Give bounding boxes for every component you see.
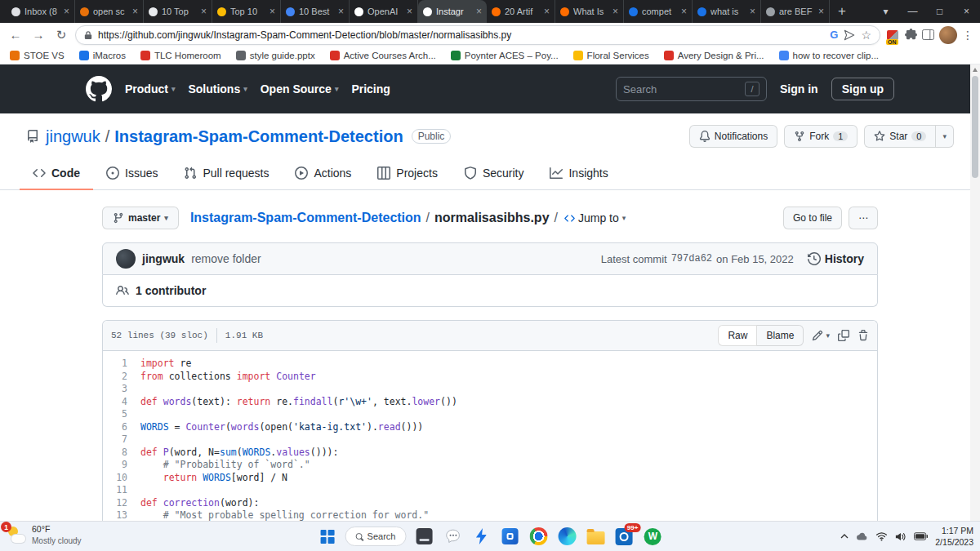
browser-tab[interactable]: what is× <box>693 0 761 23</box>
minimize-button[interactable]: — <box>899 0 926 23</box>
browser-tab[interactable]: Instagr× <box>418 0 487 23</box>
bookmark-item[interactable]: TLC Homeroom <box>140 51 221 60</box>
chat-app-icon[interactable] <box>442 524 463 549</box>
weather-widget[interactable]: 1 60°F Mostly cloudy <box>5 524 82 546</box>
maximize-button[interactable]: □ <box>926 0 953 23</box>
line-number[interactable]: 10 <box>103 472 140 485</box>
line-number[interactable]: 9 <box>103 459 140 472</box>
commit-sha[interactable]: 797da62 <box>671 253 712 264</box>
line-number[interactable]: 12 <box>103 497 140 510</box>
line-number[interactable]: 8 <box>103 447 140 460</box>
bookmark-item[interactable]: Avery Design & Pri... <box>664 51 764 60</box>
repo-tab-issues[interactable]: Issues <box>93 159 171 190</box>
browser-tab[interactable]: Top 10× <box>212 0 281 23</box>
extension-icon[interactable]: ON <box>885 27 900 43</box>
extensions-puzzle-icon[interactable] <box>905 29 917 41</box>
line-number[interactable]: 5 <box>103 408 140 421</box>
go-to-file-button[interactable]: Go to file <box>783 207 842 229</box>
taskbar-clock[interactable]: 1:17 PM 2/15/2023 <box>935 525 973 548</box>
bookmark-item[interactable]: iMacros <box>79 51 126 60</box>
repo-tab-security[interactable]: Security <box>451 159 537 190</box>
onedrive-cloud-icon[interactable] <box>856 532 868 540</box>
line-number[interactable]: 1 <box>103 358 140 371</box>
wifi-icon[interactable] <box>875 531 888 541</box>
blame-button[interactable]: Blame <box>757 325 804 346</box>
tray-chevron-up-icon[interactable] <box>840 534 849 539</box>
bookmark-item[interactable]: Floral Services <box>573 51 649 60</box>
forward-button[interactable]: → <box>29 28 47 42</box>
line-number[interactable]: 7 <box>103 433 140 447</box>
share-icon[interactable] <box>844 29 855 41</box>
taskbar-search[interactable]: Search <box>345 527 407 546</box>
contributors-bar[interactable]: 1 contributor <box>102 275 878 307</box>
line-number[interactable]: 2 <box>103 371 140 384</box>
bookmark-item[interactable]: style guide.pptx <box>236 51 315 60</box>
github-nav-item[interactable]: Product▾ <box>125 82 175 96</box>
github-search-input[interactable]: Search / <box>616 77 767 101</box>
chrome-icon[interactable] <box>528 524 549 549</box>
tab-close-icon[interactable]: × <box>338 7 344 16</box>
notifications-button[interactable]: Notifications <box>689 125 777 148</box>
raw-button[interactable]: Raw <box>718 325 757 346</box>
address-bar[interactable]: https://github.com/jingwuk/Instagram-Spa… <box>75 25 880 45</box>
repo-tab-pull-requests[interactable]: Pull requests <box>171 159 282 190</box>
browser-tab[interactable]: OpenAI× <box>350 0 418 23</box>
tab-close-icon[interactable]: × <box>407 7 412 16</box>
browser-tab[interactable]: 20 Artif× <box>487 0 555 23</box>
bookmark-item[interactable]: STOE VS <box>10 51 65 60</box>
repo-tab-code[interactable]: Code <box>20 159 93 190</box>
commit-author-avatar[interactable] <box>116 249 136 269</box>
file-explorer-icon[interactable] <box>585 524 606 549</box>
scrollbar-thumb[interactable] <box>972 76 978 178</box>
tab-close-icon[interactable]: × <box>818 7 824 16</box>
history-link[interactable]: History <box>808 252 864 265</box>
browser-tab[interactable]: 10 Top× <box>144 0 212 23</box>
browser-menu-icon[interactable]: ⋮ <box>962 29 973 42</box>
more-options-button[interactable]: ⋯ <box>849 207 878 229</box>
fork-button[interactable]: Fork 1 <box>784 125 858 148</box>
repo-name-link[interactable]: Instagram-Spam-Comment-Detection <box>114 127 403 146</box>
breadcrumb-repo-link[interactable]: Instagram-Spam-Comment-Detection <box>190 211 421 225</box>
branch-selector-button[interactable]: master ▾ <box>102 207 179 229</box>
repo-tab-projects[interactable]: Projects <box>364 159 451 190</box>
scroll-up-arrow[interactable] <box>973 68 978 72</box>
bookmark-item[interactable]: how to recover clip... <box>779 51 879 60</box>
bookmark-item[interactable]: Poynter ACES – Poy... <box>451 51 559 60</box>
browser-tab[interactable]: open sc× <box>75 0 144 23</box>
tab-close-icon[interactable]: × <box>270 7 275 16</box>
back-button[interactable]: ← <box>7 28 24 42</box>
repo-tab-insights[interactable]: Insights <box>537 159 621 190</box>
tab-close-icon[interactable]: × <box>64 7 69 16</box>
edge-icon[interactable] <box>556 524 577 549</box>
github-logo[interactable] <box>86 76 112 102</box>
word-app-icon[interactable]: W <box>642 524 663 549</box>
tab-close-icon[interactable]: × <box>612 7 618 16</box>
tab-list-chevron-icon[interactable]: ▾ <box>872 0 899 23</box>
github-nav-item[interactable]: Pricing <box>351 82 390 96</box>
battery-icon[interactable] <box>914 532 928 540</box>
commit-message[interactable]: remove folder <box>191 252 261 265</box>
github-nav-item[interactable]: Solutions▾ <box>188 82 247 96</box>
commit-author[interactable]: jingwuk <box>142 252 185 265</box>
google-g-icon[interactable]: G <box>830 29 838 41</box>
browser-tab[interactable]: 10 Best× <box>281 0 350 23</box>
jump-to-button[interactable]: Jump to ▾ <box>564 211 626 224</box>
desktop-app-icon[interactable] <box>413 524 434 549</box>
line-number[interactable]: 6 <box>103 421 140 434</box>
repo-tab-actions[interactable]: Actions <box>282 159 364 190</box>
browser-tab[interactable]: compet× <box>624 0 693 23</box>
star-button[interactable]: Star 0 <box>864 125 936 148</box>
browser-tab[interactable]: are BEF× <box>761 0 830 23</box>
line-number[interactable]: 13 <box>103 509 140 521</box>
browser-profile-avatar[interactable] <box>939 26 957 44</box>
star-dropdown-button[interactable]: ▾ <box>936 125 954 148</box>
delete-file-button[interactable] <box>858 330 869 341</box>
copy-file-button[interactable] <box>838 330 849 341</box>
blue-app-icon[interactable] <box>499 524 520 549</box>
tab-close-icon[interactable]: × <box>132 7 138 16</box>
side-panel-icon[interactable] <box>922 29 934 40</box>
line-number[interactable]: 11 <box>103 484 140 497</box>
line-number[interactable]: 4 <box>103 396 140 409</box>
volume-icon[interactable] <box>895 532 906 541</box>
github-nav-item[interactable]: Open Source▾ <box>261 82 339 96</box>
